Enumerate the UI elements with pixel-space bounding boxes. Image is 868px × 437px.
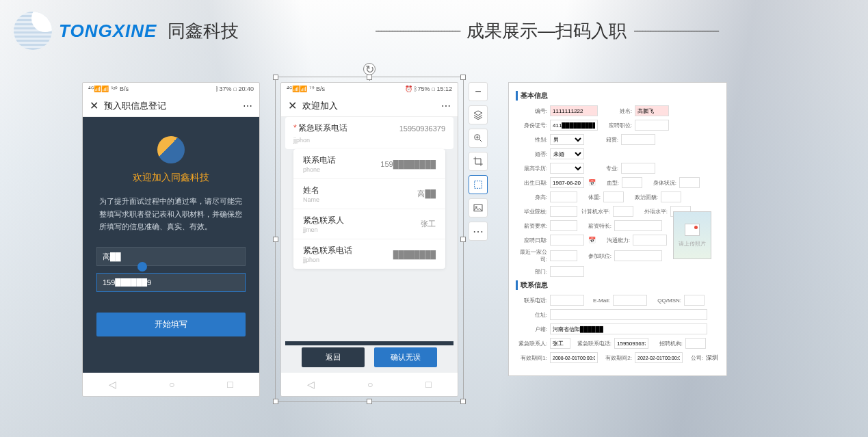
calendar-icon[interactable]: 📅: [588, 179, 596, 186]
label: QQ/MSN:: [650, 297, 681, 304]
label: 毕业院校:: [516, 208, 547, 215]
image-placeholder-icon: [685, 224, 700, 236]
ts-input[interactable]: [614, 220, 662, 231]
jjdh-input[interactable]: [614, 338, 648, 349]
zz-input[interactable]: [661, 191, 681, 202]
svg-rect-1: [475, 181, 482, 189]
byxx-input[interactable]: [550, 206, 577, 217]
label: 招聘机构:: [651, 340, 683, 347]
label: 编号:: [516, 107, 547, 115]
recent-nav-icon[interactable]: □: [227, 379, 233, 390]
resize-handle-br[interactable]: [460, 399, 466, 404]
recent-nav-icon[interactable]: □: [425, 379, 431, 390]
resize-handle-tl[interactable]: [273, 75, 278, 80]
close-icon[interactable]: ✕: [288, 99, 297, 112]
label: 体重:: [580, 194, 601, 201]
home-nav-icon[interactable]: ○: [169, 379, 174, 390]
bianhao-input[interactable]: [550, 105, 598, 116]
jjlxr-input[interactable]: [550, 338, 570, 349]
list-item[interactable]: 联系电话phone 159████████: [293, 149, 445, 179]
calendar-icon[interactable]: 📅: [588, 237, 596, 243]
email-input[interactable]: [613, 295, 647, 306]
label: 住址:: [516, 311, 547, 319]
xl-select[interactable]: [550, 163, 584, 174]
editor-toolbar: − ⋯: [469, 82, 488, 241]
gs-value: 深圳: [706, 354, 718, 362]
xb-select[interactable]: 男: [550, 134, 584, 145]
resize-handle-t[interactable]: [367, 75, 372, 80]
list-item[interactable]: 紧急联系人jjmen 张工: [293, 209, 445, 239]
xingming-input[interactable]: [635, 105, 669, 116]
jg-input[interactable]: [621, 134, 655, 145]
label: 身份证号:: [516, 122, 547, 129]
logo-mark-icon: [14, 12, 52, 50]
phone-input[interactable]: [96, 273, 246, 292]
photo-upload[interactable]: 请上传照片: [673, 211, 711, 259]
sx1-input[interactable]: [550, 352, 598, 363]
appbar-title: 预入职信息登记: [104, 100, 237, 112]
label: 有效期间2:: [601, 354, 632, 362]
resize-handle-bl[interactable]: [273, 399, 278, 404]
back-nav-icon[interactable]: ◁: [307, 379, 315, 390]
zz2-input[interactable]: [550, 309, 707, 320]
start-button[interactable]: 开始填写: [96, 313, 246, 336]
list-item[interactable]: 姓名Name 高██: [293, 179, 445, 209]
backend-form-panel: 基本信息 编号: 姓名: 身份证号: 应聘职位: 性别:男 籍贯: 婚否:未婚 …: [508, 82, 727, 376]
select-tool-icon[interactable]: [469, 175, 488, 194]
label: 政治面貌:: [627, 194, 658, 201]
status-left: ⁴ᴳ📶📶 ⁵²⁰ B/s: [88, 85, 129, 92]
tz-input[interactable]: [603, 191, 624, 202]
gw-input[interactable]: [635, 120, 669, 131]
layers-tool-icon[interactable]: [469, 105, 488, 124]
section-contact: 联系信息: [516, 280, 720, 290]
sfz-input[interactable]: [550, 120, 598, 131]
tj-input[interactable]: [685, 338, 706, 349]
gzyq-input[interactable]: [550, 220, 577, 231]
lxdh-input[interactable]: [550, 295, 584, 306]
back-nav-icon[interactable]: ◁: [109, 379, 116, 390]
jsj-input[interactable]: [613, 206, 633, 217]
label: 户籍:: [516, 326, 547, 333]
label: 应聘职位:: [601, 122, 632, 129]
resize-handle-l[interactable]: [273, 237, 278, 242]
xx-input[interactable]: [622, 177, 642, 188]
more-icon[interactable]: ⋯: [441, 101, 451, 111]
crop-tool-icon[interactable]: [469, 152, 488, 171]
confirm-button[interactable]: 确认无误: [374, 347, 437, 367]
name-input[interactable]: [96, 247, 246, 266]
st-input[interactable]: [679, 177, 700, 188]
label: 计算机水平:: [580, 208, 610, 215]
zjgs-input[interactable]: [550, 250, 577, 261]
dgrq-input[interactable]: [550, 235, 584, 246]
resize-handle-r[interactable]: [460, 237, 466, 242]
qq-input[interactable]: [684, 295, 705, 306]
emergency-phone-value: 15950936379: [399, 124, 445, 133]
list-item[interactable]: 紧急联系电话jjphon ████████: [293, 239, 445, 269]
close-icon[interactable]: ✕: [90, 99, 98, 112]
zoom-tool-icon[interactable]: [469, 129, 488, 148]
resize-handle-tr[interactable]: [460, 75, 466, 80]
cursor-handle-icon[interactable]: [137, 262, 147, 272]
home-nav-icon[interactable]: ○: [367, 379, 373, 390]
zy-input[interactable]: [621, 163, 655, 174]
label: 外语水平:: [636, 208, 668, 215]
android-nav: ◁ ○ □: [83, 373, 259, 396]
back-button[interactable]: 返回: [302, 347, 365, 367]
more-icon[interactable]: ⋯: [243, 101, 252, 111]
cg-input[interactable]: [614, 250, 662, 261]
status-left: ⁴ᴳ📶📶 ⁷⁹ B/s: [287, 85, 325, 92]
resize-handle-b[interactable]: [367, 399, 372, 404]
hk-input[interactable]: [550, 323, 707, 334]
hy-select[interactable]: 未婚: [550, 148, 584, 159]
label: E-Mail:: [587, 297, 610, 304]
minus-tool-icon[interactable]: −: [469, 82, 488, 101]
sg-input[interactable]: [550, 191, 577, 202]
rotate-handle-icon[interactable]: ↻: [363, 63, 376, 75]
bm-input[interactable]: [550, 266, 584, 277]
gt-input[interactable]: [633, 235, 667, 246]
csrq-input[interactable]: [550, 177, 584, 188]
image-tool-icon[interactable]: [469, 198, 488, 217]
sx2-input[interactable]: [635, 352, 683, 363]
dash-right: -------------------------------: [633, 24, 718, 38]
more-tool-icon[interactable]: ⋯: [469, 222, 488, 241]
